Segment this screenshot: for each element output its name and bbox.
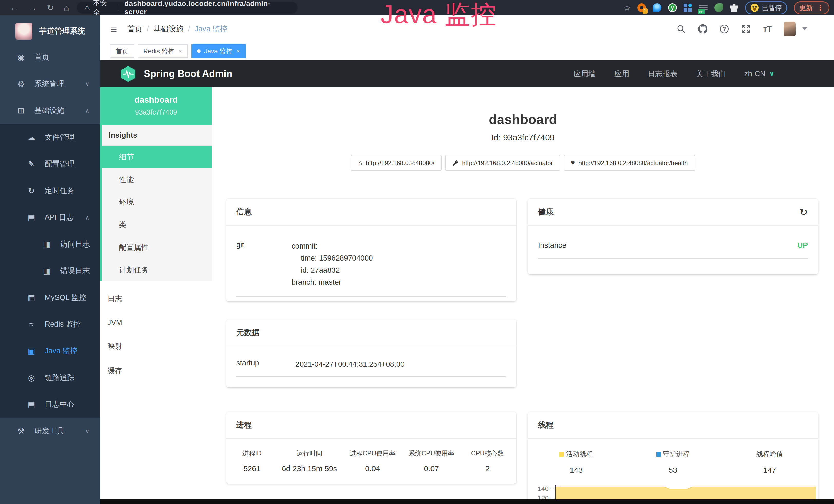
sba-menu-classes[interactable]: 类 [102, 214, 212, 236]
sidebar-item-log-center[interactable]: ▤ 日志中心 [0, 391, 100, 418]
chrome-update-button[interactable]: 更新 ⋮ [794, 1, 829, 15]
sba-menu-logs[interactable]: 日志 [100, 287, 212, 311]
sba-brand[interactable]: Spring Boot Admin [144, 68, 233, 79]
sidebar-item-error-log[interactable]: ▥ 错误日志 [0, 257, 100, 284]
sba-body: dashboard 93a3fc7f7409 Insights 细节 性能 环境… [100, 87, 834, 499]
close-icon[interactable]: × [237, 47, 240, 55]
sba-logo-icon[interactable] [120, 66, 137, 83]
sba-menu-caches[interactable]: 缓存 [100, 359, 212, 383]
sidebar-item-file[interactable]: ☁ 文件管理 [0, 124, 100, 151]
threads-values: 143 53 147 [528, 466, 818, 475]
browser-home-icon[interactable]: ⌂ [64, 3, 69, 13]
sidebar-menu: ◉ 首页 ⚙ 系统管理 ∨ ⊞ 基础设施 ∧ ☁ 文件管理 ✎ 配置管 [0, 44, 100, 444]
extensions-puzzle-icon[interactable] [730, 3, 739, 12]
timer-icon: ↻ [26, 186, 37, 196]
process-card: 进程 进程ID 运行时间 进程CPU使用率 系统CPU使用率 CPU核心数 52… [226, 412, 516, 484]
sba-language-select[interactable]: zh-CN ∨ [744, 70, 774, 78]
breadcrumb-home[interactable]: 首页 [127, 24, 142, 34]
breadcrumb-separator: / [188, 25, 190, 33]
actuator-url-button[interactable]: http://192.168.0.2:48080/actuator [445, 155, 560, 171]
blue-swatch-icon [656, 452, 661, 457]
sidebar-item-label: 系统管理 [35, 79, 64, 89]
history-icon[interactable]: ↺ [799, 206, 808, 218]
github-icon[interactable] [698, 24, 708, 34]
font-size-icon[interactable]: тT [762, 24, 773, 34]
extension-icon-y[interactable]: y [668, 3, 677, 12]
chrome-menu-icon[interactable]: ⋮ [817, 4, 824, 12]
tab-home[interactable]: 首页 [110, 44, 134, 58]
card-header: 信息 [226, 199, 516, 226]
sidebar-item-access-log[interactable]: ▥ 访问日志 [0, 231, 100, 257]
browser-back-icon[interactable]: ← [10, 3, 19, 13]
sidebar-item-api-log[interactable]: ▤ API 日志 ∧ [0, 204, 100, 231]
extension-icon-pin[interactable] [653, 3, 661, 12]
sba-nav-about[interactable]: 关于我们 [696, 69, 726, 79]
breadcrumb-infra[interactable]: 基础设施 [154, 24, 183, 34]
extension-icon-on[interactable]: on [699, 3, 708, 12]
browser-forward-icon[interactable]: → [28, 3, 37, 13]
sba-menu-environment[interactable]: 环境 [102, 191, 212, 214]
update-label: 更新 [799, 3, 813, 12]
sba-menu-scheduled-tasks[interactable]: 计划任务 [102, 259, 212, 281]
endpoint-label: http://192.168.0.2:48080/actuator [462, 159, 553, 167]
instance-header[interactable]: dashboard 93a3fc7f7409 [100, 87, 212, 125]
sidebar-item-infra[interactable]: ⊞ 基础设施 ∧ [0, 97, 100, 124]
service-url-button[interactable]: ⌂ http://192.168.0.2:48080/ [351, 155, 441, 171]
extension-icon-leaf[interactable] [714, 3, 723, 12]
tab-label: Java 监控 [204, 47, 233, 55]
sidebar-item-java-monitor[interactable]: ▣ Java 监控 [0, 338, 100, 364]
hamburger-icon[interactable]: ≡ [110, 23, 117, 36]
sidebar-item-mysql[interactable]: ▦ MySQL 监控 [0, 284, 100, 311]
sidebar-item-system[interactable]: ⚙ 系统管理 ∨ [0, 71, 100, 97]
sba-nav-journal[interactable]: 日志报表 [648, 69, 678, 79]
sidebar-item-dev-tools[interactable]: ⚒ 研发工具 ∨ [0, 418, 100, 444]
sidebar-item-label: 链路追踪 [45, 372, 74, 383]
sba-nav-wall[interactable]: 应用墙 [574, 69, 596, 79]
legend-peak-threads: 线程峰值 [721, 450, 818, 459]
sidebar-item-trace[interactable]: ◎ 链路追踪 [0, 364, 100, 391]
card-header: 元数据 [226, 319, 516, 346]
extension-icon-grid[interactable] [683, 3, 692, 12]
tab-java-monitor[interactable]: Java 监控 × [191, 44, 246, 58]
search-icon[interactable] [676, 24, 686, 34]
address-bar[interactable]: ⚠ 不安全 dashboard.yudao.iocoder.cn/infra/a… [77, 2, 298, 14]
sba-nav-applications[interactable]: 应用 [614, 69, 629, 79]
sidebar-item-config[interactable]: ✎ 配置管理 [0, 151, 100, 177]
user-avatar[interactable] [784, 22, 796, 37]
sidebar-item-home[interactable]: ◉ 首页 [0, 44, 100, 71]
browser-right-cluster: ☆ 1 y on 已暂停 更新 ⋮ [623, 1, 829, 15]
extension-badge: 1 [643, 8, 648, 14]
sba-menu-metrics[interactable]: 性能 [102, 168, 212, 191]
fullscreen-icon[interactable] [741, 24, 751, 34]
app-logo-row[interactable]: 芋道管理系统 [0, 16, 100, 40]
sidebar-item-redis[interactable]: ≈ Redis 监控 [0, 311, 100, 338]
health-card: 健康 ↺ Instance UP [528, 199, 818, 274]
chevron-up-icon: ∧ [85, 107, 89, 114]
log-icon: ▤ [26, 213, 37, 222]
close-icon[interactable]: × [178, 47, 182, 55]
avatar-caret-icon[interactable] [803, 27, 807, 30]
sba-menu-details[interactable]: 细节 [102, 146, 212, 168]
bookmark-star-icon[interactable]: ☆ [623, 3, 631, 12]
browser-reload-icon[interactable]: ↻ [47, 3, 54, 13]
health-url-button[interactable]: ♥ http://192.168.0.2:48080/actuator/heal… [564, 155, 695, 171]
sba-menu-jvm[interactable]: JVM [100, 311, 212, 334]
wrench-icon [452, 160, 459, 166]
sba-menu-mappings[interactable]: 映射 [100, 334, 212, 359]
health-key: Instance [538, 241, 566, 250]
extension-icon-orange[interactable]: 1 [637, 3, 646, 12]
sba-instance-sidebar: dashboard 93a3fc7f7409 Insights 细节 性能 环境… [100, 87, 212, 499]
insights-group: Insights 细节 性能 环境 类 配置属性 计划任务 [100, 125, 212, 281]
sidebar-item-label: 首页 [35, 52, 49, 62]
metadata-key: startup [236, 358, 295, 370]
sidebar-item-job[interactable]: ↻ 定时任务 [0, 177, 100, 204]
paused-pill[interactable]: 已暂停 [745, 1, 787, 15]
help-icon[interactable]: ? [719, 24, 729, 34]
ytick-140: 140 [538, 485, 549, 492]
on-badge: on [698, 9, 705, 14]
breadcrumb: 首页 / 基础设施 / Java 监控 [127, 24, 227, 34]
chevron-down-icon: ∨ [85, 81, 89, 88]
legend-label: 守护进程 [663, 450, 690, 458]
sba-menu-config-props[interactable]: 配置属性 [102, 236, 212, 259]
tab-redis[interactable]: Redis 监控 × [138, 44, 188, 58]
